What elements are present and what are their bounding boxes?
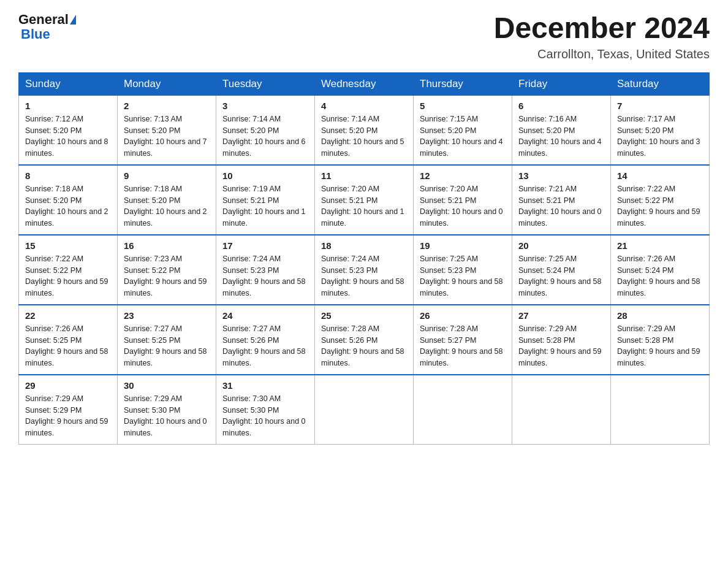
day-info: Sunrise: 7:29 AMSunset: 5:29 PMDaylight:… — [25, 393, 111, 439]
calendar-day-cell: 23Sunrise: 7:27 AMSunset: 5:25 PMDayligh… — [118, 305, 216, 375]
day-number: 6 — [518, 101, 604, 111]
day-info: Sunrise: 7:27 AMSunset: 5:25 PMDaylight:… — [124, 323, 210, 369]
calendar-day-cell: 21Sunrise: 7:26 AMSunset: 5:24 PMDayligh… — [611, 235, 710, 305]
calendar-week-row: 29Sunrise: 7:29 AMSunset: 5:29 PMDayligh… — [19, 375, 710, 445]
day-info: Sunrise: 7:13 AMSunset: 5:20 PMDaylight:… — [124, 113, 210, 159]
day-info: Sunrise: 7:16 AMSunset: 5:20 PMDaylight:… — [518, 113, 604, 159]
calendar-week-row: 15Sunrise: 7:22 AMSunset: 5:22 PMDayligh… — [19, 235, 710, 305]
day-number: 20 — [518, 240, 604, 251]
day-number: 21 — [617, 240, 703, 251]
calendar-day-cell: 2Sunrise: 7:13 AMSunset: 5:20 PMDaylight… — [118, 95, 216, 165]
day-number: 30 — [124, 380, 210, 391]
calendar-day-cell: 28Sunrise: 7:29 AMSunset: 5:28 PMDayligh… — [611, 305, 710, 375]
day-info: Sunrise: 7:26 AMSunset: 5:25 PMDaylight:… — [25, 323, 111, 369]
day-number: 12 — [420, 170, 506, 181]
day-info: Sunrise: 7:17 AMSunset: 5:20 PMDaylight:… — [617, 113, 703, 159]
calendar-day-cell: 10Sunrise: 7:19 AMSunset: 5:21 PMDayligh… — [216, 165, 315, 235]
day-info: Sunrise: 7:24 AMSunset: 5:23 PMDaylight:… — [222, 253, 308, 299]
calendar-week-row: 1Sunrise: 7:12 AMSunset: 5:20 PMDaylight… — [19, 95, 710, 165]
day-info: Sunrise: 7:18 AMSunset: 5:20 PMDaylight:… — [25, 183, 111, 229]
calendar-day-cell: 7Sunrise: 7:17 AMSunset: 5:20 PMDaylight… — [611, 95, 710, 165]
calendar-header-row: SundayMondayTuesdayWednesdayThursdayFrid… — [19, 72, 710, 95]
day-number: 31 — [222, 380, 308, 391]
day-info: Sunrise: 7:12 AMSunset: 5:20 PMDaylight:… — [25, 113, 111, 159]
calendar-day-cell: 22Sunrise: 7:26 AMSunset: 5:25 PMDayligh… — [19, 305, 118, 375]
col-header-tuesday: Tuesday — [216, 72, 315, 95]
calendar-day-cell — [414, 375, 512, 445]
day-number: 2 — [124, 101, 210, 111]
day-info: Sunrise: 7:24 AMSunset: 5:23 PMDaylight:… — [321, 253, 407, 299]
calendar-day-cell: 14Sunrise: 7:22 AMSunset: 5:22 PMDayligh… — [611, 165, 710, 235]
logo-blue: Blue — [21, 27, 50, 42]
col-header-monday: Monday — [118, 72, 216, 95]
day-number: 16 — [124, 240, 210, 251]
calendar-day-cell: 16Sunrise: 7:23 AMSunset: 5:22 PMDayligh… — [118, 235, 216, 305]
day-number: 17 — [222, 240, 308, 251]
calendar-day-cell: 29Sunrise: 7:29 AMSunset: 5:29 PMDayligh… — [19, 375, 118, 445]
day-number: 15 — [25, 240, 111, 251]
day-info: Sunrise: 7:20 AMSunset: 5:21 PMDaylight:… — [420, 183, 506, 229]
calendar-week-row: 22Sunrise: 7:26 AMSunset: 5:25 PMDayligh… — [19, 305, 710, 375]
col-header-saturday: Saturday — [611, 72, 710, 95]
day-info: Sunrise: 7:26 AMSunset: 5:24 PMDaylight:… — [617, 253, 703, 299]
day-info: Sunrise: 7:28 AMSunset: 5:26 PMDaylight:… — [321, 323, 407, 369]
day-number: 10 — [222, 170, 308, 181]
calendar-day-cell: 25Sunrise: 7:28 AMSunset: 5:26 PMDayligh… — [315, 305, 414, 375]
calendar-day-cell: 9Sunrise: 7:18 AMSunset: 5:20 PMDaylight… — [118, 165, 216, 235]
day-number: 14 — [617, 170, 703, 181]
calendar-day-cell: 19Sunrise: 7:25 AMSunset: 5:23 PMDayligh… — [414, 235, 512, 305]
day-info: Sunrise: 7:15 AMSunset: 5:20 PMDaylight:… — [420, 113, 506, 159]
day-info: Sunrise: 7:29 AMSunset: 5:28 PMDaylight:… — [518, 323, 604, 369]
day-number: 19 — [420, 240, 506, 251]
day-number: 13 — [518, 170, 604, 181]
calendar-day-cell: 30Sunrise: 7:29 AMSunset: 5:30 PMDayligh… — [118, 375, 216, 445]
calendar-table: SundayMondayTuesdayWednesdayThursdayFrid… — [18, 72, 710, 445]
day-info: Sunrise: 7:27 AMSunset: 5:26 PMDaylight:… — [222, 323, 308, 369]
calendar-day-cell: 1Sunrise: 7:12 AMSunset: 5:20 PMDaylight… — [19, 95, 118, 165]
calendar-day-cell: 6Sunrise: 7:16 AMSunset: 5:20 PMDaylight… — [512, 95, 611, 165]
day-number: 25 — [321, 310, 407, 321]
calendar-day-cell: 31Sunrise: 7:30 AMSunset: 5:30 PMDayligh… — [216, 375, 315, 445]
day-number: 8 — [25, 170, 111, 181]
col-header-sunday: Sunday — [19, 72, 118, 95]
day-number: 5 — [420, 101, 506, 111]
day-number: 27 — [518, 310, 604, 321]
calendar-day-cell: 15Sunrise: 7:22 AMSunset: 5:22 PMDayligh… — [19, 235, 118, 305]
day-number: 24 — [222, 310, 308, 321]
day-info: Sunrise: 7:22 AMSunset: 5:22 PMDaylight:… — [25, 253, 111, 299]
day-number: 4 — [321, 101, 407, 111]
day-number: 22 — [25, 310, 111, 321]
location: Carrollton, Texas, United States — [494, 47, 710, 61]
calendar-day-cell — [315, 375, 414, 445]
calendar-day-cell: 27Sunrise: 7:29 AMSunset: 5:28 PMDayligh… — [512, 305, 611, 375]
title-block: December 2024 Carrollton, Texas, United … — [494, 12, 710, 61]
calendar-day-cell: 5Sunrise: 7:15 AMSunset: 5:20 PMDaylight… — [414, 95, 512, 165]
day-number: 9 — [124, 170, 210, 181]
logo-triangle-icon — [70, 15, 76, 25]
day-info: Sunrise: 7:22 AMSunset: 5:22 PMDaylight:… — [617, 183, 703, 229]
day-info: Sunrise: 7:25 AMSunset: 5:24 PMDaylight:… — [518, 253, 604, 299]
calendar-week-row: 8Sunrise: 7:18 AMSunset: 5:20 PMDaylight… — [19, 165, 710, 235]
day-info: Sunrise: 7:20 AMSunset: 5:21 PMDaylight:… — [321, 183, 407, 229]
calendar-day-cell: 20Sunrise: 7:25 AMSunset: 5:24 PMDayligh… — [512, 235, 611, 305]
calendar-day-cell: 24Sunrise: 7:27 AMSunset: 5:26 PMDayligh… — [216, 305, 315, 375]
day-info: Sunrise: 7:21 AMSunset: 5:21 PMDaylight:… — [518, 183, 604, 229]
calendar-day-cell — [611, 375, 710, 445]
calendar-day-cell: 18Sunrise: 7:24 AMSunset: 5:23 PMDayligh… — [315, 235, 414, 305]
day-number: 11 — [321, 170, 407, 181]
day-number: 7 — [617, 101, 703, 111]
day-info: Sunrise: 7:14 AMSunset: 5:20 PMDaylight:… — [222, 113, 308, 159]
day-info: Sunrise: 7:19 AMSunset: 5:21 PMDaylight:… — [222, 183, 308, 229]
col-header-friday: Friday — [512, 72, 611, 95]
calendar-day-cell: 4Sunrise: 7:14 AMSunset: 5:20 PMDaylight… — [315, 95, 414, 165]
col-header-wednesday: Wednesday — [315, 72, 414, 95]
day-number: 26 — [420, 310, 506, 321]
logo-general: General — [18, 12, 69, 27]
calendar-day-cell: 17Sunrise: 7:24 AMSunset: 5:23 PMDayligh… — [216, 235, 315, 305]
day-number: 29 — [25, 380, 111, 391]
calendar-day-cell: 26Sunrise: 7:28 AMSunset: 5:27 PMDayligh… — [414, 305, 512, 375]
day-info: Sunrise: 7:18 AMSunset: 5:20 PMDaylight:… — [124, 183, 210, 229]
day-number: 3 — [222, 101, 308, 111]
day-info: Sunrise: 7:23 AMSunset: 5:22 PMDaylight:… — [124, 253, 210, 299]
day-number: 23 — [124, 310, 210, 321]
